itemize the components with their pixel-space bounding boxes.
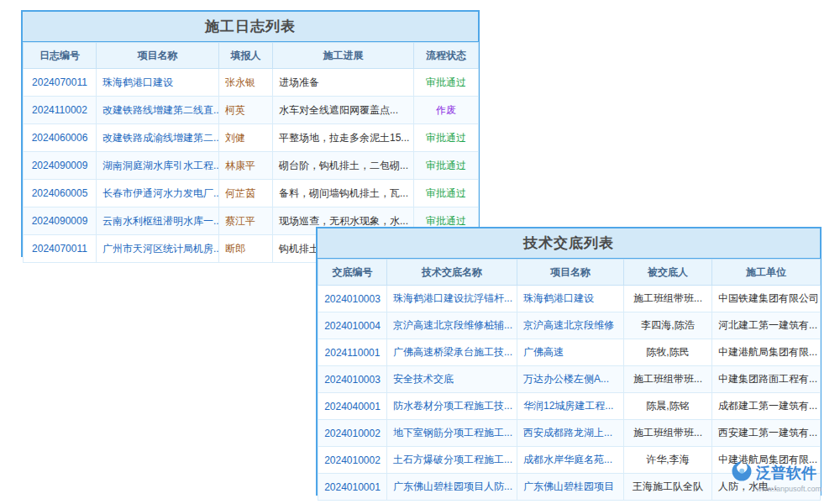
project-name-link[interactable]: 珠海鹤港口建设 (517, 286, 624, 312)
filler-cell: 蔡江平 (219, 207, 273, 235)
construction-log-panel: 施工日志列表 日志编号项目名称填报人施工进展流程状态 2024070011珠海鹤… (21, 10, 480, 257)
filler-cell: 何芷茵 (219, 180, 273, 207)
fanpu-logo-icon (731, 460, 753, 486)
column-header: 填报人 (219, 43, 273, 69)
construction-unit-cell: 成都建工第一建筑有... (712, 393, 821, 420)
status-badge: 审批通过 (414, 180, 479, 207)
project-name-link[interactable]: 广州市天河区统计局机房... (97, 235, 219, 263)
column-header: 项目名称 (97, 43, 219, 69)
disclosure-name-link[interactable]: 珠海鹤港口建设抗浮锚杆... (387, 286, 517, 312)
table-row: 2024040001防水卷材分项工程施工技...华润12城房建工程...陈晨,陈… (318, 393, 821, 420)
table-row: 2024070011珠海鹤港口建设张永银进场准备审批通过 (24, 69, 479, 97)
disclosure-name-link[interactable]: 土石方爆破分项工程施工... (387, 447, 517, 474)
column-header: 被交底人 (624, 260, 712, 286)
construction-unit-cell: 河北建工第一建筑有... (712, 312, 821, 339)
construction-unit-cell: 中国铁建集团有限公司 (712, 286, 821, 312)
disclosure-id-link[interactable]: 2024040001 (318, 393, 387, 420)
table-row: 2024010002地下室钢筋分项工程施工...西安成都路龙湖上...施工班组带… (318, 420, 821, 447)
project-name-link[interactable]: 改建铁路成渝线增建第二... (97, 124, 219, 152)
project-name-link[interactable]: 成都水岸华庭名苑... (517, 447, 624, 474)
disclosure-id-link[interactable]: 2024010004 (318, 312, 387, 339)
disclosed-person-cell: 陈晨,陈铭 (624, 393, 712, 420)
column-header: 流程状态 (414, 43, 479, 69)
table-row: 2024090009湖南洞庭湖水库引水工程...林康平砌台阶，钩机排土，二包砌.… (24, 152, 479, 180)
project-name-link[interactable]: 京沪高速北京段维修 (517, 312, 624, 339)
table-row: 2024060005长春市伊通河水力发电厂...何芷茵备料，砌间墙钩机排土，瓦.… (24, 180, 479, 207)
column-header: 日志编号 (24, 43, 97, 69)
disclosed-person-cell: 李四海,陈浩 (624, 312, 712, 339)
disclosure-name-link[interactable]: 广东佛山碧桂园项目人防... (387, 474, 517, 501)
project-name-link[interactable]: 珠海鹤港口建设 (97, 69, 219, 97)
progress-cell: 水车对全线遮阳网覆盖点... (273, 97, 414, 124)
disclosed-person-cell: 许华,李海 (624, 447, 712, 474)
construction-unit-cell: 西安建工第一建筑有... (712, 420, 821, 447)
filler-cell: 张永银 (219, 69, 273, 97)
disclosed-person-cell: 王海施工队全队 (624, 474, 712, 501)
progress-cell: 备料，砌间墙钩机排土，瓦... (273, 180, 414, 207)
project-name-link[interactable]: 湖南洞庭湖水库引水工程... (97, 152, 219, 180)
disclosure-table-header-row: 交底编号技术交底名称项目名称被交底人施工单位 (318, 260, 821, 286)
disclosed-person-cell: 陈牧,陈民 (624, 339, 712, 366)
progress-cell: 砌台阶，钩机排土，二包砌... (273, 152, 414, 180)
filler-cell: 刘健 (219, 124, 273, 152)
log-id-link[interactable]: 2024110002 (24, 97, 97, 124)
column-header: 交底编号 (318, 260, 387, 286)
column-header: 施工单位 (712, 260, 821, 286)
disclosed-person-cell: 施工班组带班... (624, 286, 712, 312)
disclosure-name-link[interactable]: 安全技术交底 (387, 366, 517, 393)
construction-unit-cell: 中建港航局集团有限... (712, 339, 821, 366)
disclosure-id-link[interactable]: 2024010002 (318, 420, 387, 447)
log-id-link[interactable]: 2024090009 (24, 207, 97, 235)
table-row: 2024010003珠海鹤港口建设抗浮锚杆...珠海鹤港口建设施工班组带班...… (318, 286, 821, 312)
disclosure-id-link[interactable]: 2024110001 (318, 339, 387, 366)
progress-cell: 平整场地，拉走多余泥土15... (273, 124, 414, 152)
disclosure-name-link[interactable]: 防水卷材分项工程施工技... (387, 393, 517, 420)
table-row: 2024010004京沪高速北京段维修桩辅...京沪高速北京段维修李四海,陈浩河… (318, 312, 821, 339)
column-header: 项目名称 (517, 260, 624, 286)
project-name-link[interactable]: 西安成都路龙湖上... (517, 420, 624, 447)
project-name-link[interactable]: 华润12城房建工程... (517, 393, 624, 420)
log-id-link[interactable]: 2024060006 (24, 124, 97, 152)
log-id-link[interactable]: 2024090009 (24, 152, 97, 180)
page-root: { "log_panel": { "title": "施工日志列表", "col… (0, 0, 840, 504)
table-row: 2024060006改建铁路成渝线增建第二...刘健平整场地，拉走多余泥土15.… (24, 124, 479, 152)
column-header: 施工进展 (273, 43, 414, 69)
log-id-link[interactable]: 2024070011 (24, 69, 97, 97)
project-name-link[interactable]: 改建铁路线增建第二线直... (97, 97, 219, 124)
disclosure-name-link[interactable]: 广佛高速桥梁承台施工技... (387, 339, 517, 366)
disclosure-name-link[interactable]: 京沪高速北京段维修桩辅... (387, 312, 517, 339)
disclosed-person-cell: 施工班组带班... (624, 420, 712, 447)
disclosure-id-link[interactable]: 2024010003 (318, 286, 387, 312)
table-row: 2024110001广佛高速桥梁承台施工技...广佛高速陈牧,陈民中建港航局集团… (318, 339, 821, 366)
log-id-link[interactable]: 2024070011 (24, 235, 97, 263)
status-badge: 审批通过 (414, 124, 479, 152)
disclosure-id-link[interactable]: 2024010001 (318, 474, 387, 501)
disclosure-name-link[interactable]: 地下室钢筋分项工程施工... (387, 420, 517, 447)
table-row: 2024110002改建铁路线增建第二线直...柯英水车对全线遮阳网覆盖点...… (24, 97, 479, 124)
table-row: 2024010003安全技术交底万达办公楼左侧A...施工班组带班...中建集团… (318, 366, 821, 393)
disclosure-id-link[interactable]: 2024010003 (318, 366, 387, 393)
project-name-link[interactable]: 云南水利枢纽潜明水库一... (97, 207, 219, 235)
progress-cell: 进场准备 (273, 69, 414, 97)
project-name-link[interactable]: 万达办公楼左侧A... (517, 366, 624, 393)
brand-url: www.fanpusoft.com (756, 485, 837, 493)
construction-unit-cell: 中建集团路面工程有... (712, 366, 821, 393)
technical-disclosure-panel: 技术交底列表 交底编号技术交底名称项目名称被交底人施工单位 2024010003… (316, 227, 822, 496)
disclosure-id-link[interactable]: 2024010002 (318, 447, 387, 474)
disclosure-panel-title: 技术交底列表 (318, 228, 820, 259)
project-name-link[interactable]: 广佛高速 (517, 339, 624, 366)
filler-cell: 柯英 (219, 97, 273, 124)
log-id-link[interactable]: 2024060005 (24, 180, 97, 207)
column-header: 技术交底名称 (387, 260, 517, 286)
disclosed-person-cell: 施工班组带班... (624, 366, 712, 393)
status-badge: 审批通过 (414, 152, 479, 180)
status-badge: 作废 (414, 97, 479, 124)
project-name-link[interactable]: 广东佛山碧桂园项目 (517, 474, 624, 501)
brand-name: 泛普软件 (756, 463, 816, 483)
status-badge: 审批通过 (414, 69, 479, 97)
project-name-link[interactable]: 长春市伊通河水力发电厂... (97, 180, 219, 207)
log-table-header-row: 日志编号项目名称填报人施工进展流程状态 (24, 43, 479, 69)
log-panel-title: 施工日志列表 (23, 12, 478, 42)
fanpu-watermark: 泛普软件 www.fanpusoft.com (731, 460, 837, 493)
filler-cell: 断郎 (219, 235, 273, 263)
